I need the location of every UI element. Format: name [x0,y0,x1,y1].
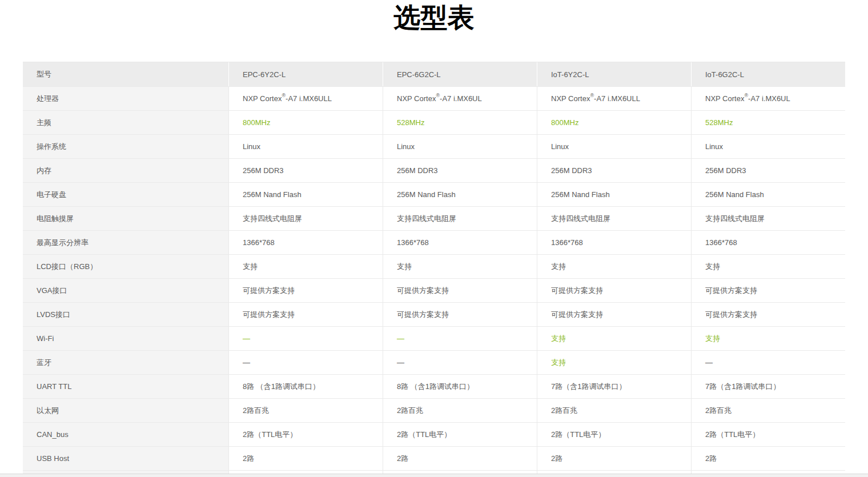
table-cell: 支持四线式电阻屏 [537,207,691,230]
row-label-cell: UART TTL [23,375,228,398]
table-row: 处理器NXP Cortex®-A7 i.MX6ULLNXP Cortex®-A7… [23,87,845,111]
cell-text: — [243,358,250,367]
row-label-cell: VGA接口 [23,279,228,302]
table-cell: 256M Nand Flash [383,183,537,206]
row-label-cell: 内存 [23,159,228,182]
cell-text: — [243,334,250,343]
cell-text: 支持 [705,334,720,344]
cell-text: 800MHz [551,118,578,127]
table-cell: 支持四线式电阻屏 [691,207,845,230]
bottom-strip [0,474,868,477]
cell-text: NXP Cortex [397,94,436,103]
cell-text: 528MHz [397,118,424,127]
row-label-cell: USB Host [23,447,228,470]
row-label: 以太网 [37,406,59,416]
table-cell: NXP Cortex®-A7 i.MX6ULL [537,87,691,110]
table-cell: 256M DDR3 [228,159,383,182]
table-cell: 256M DDR3 [691,159,845,182]
model-name: IoT-6Y2C-L [551,70,589,79]
table-cell: 可提供方案支持 [228,279,383,302]
table-cell: 2路 [383,447,537,470]
table-cell: 支持 [537,351,691,374]
table-cell: 256M DDR3 [383,159,537,182]
cell-text: NXP Cortex [243,94,282,103]
row-label-cell: 电子硬盘 [23,183,228,206]
cell-text: 可提供方案支持 [705,310,757,320]
cell-text: 8路 （含1路调试串口） [397,382,474,392]
table-cell: 2路 [228,447,383,470]
table-cell: 支持四线式电阻屏 [228,207,383,230]
cell-text: NXP Cortex [705,94,744,103]
row-label-cell: LVDS接口 [23,303,228,326]
cell-text: 256M Nand Flash [705,190,764,199]
table-cell: 256M Nand Flash [537,183,691,206]
table-cell: 支持 [537,327,691,350]
header-cell-model: EPC-6Y2C-L [228,62,383,86]
cell-text: 2路 [243,454,254,464]
row-label: 内存 [37,166,51,176]
cell-text: 2路 [397,454,408,464]
cell-text: 256M Nand Flash [551,190,610,199]
table-cell: 256M Nand Flash [228,183,383,206]
table-row: Wi-Fi——支持支持 [23,327,845,351]
table-cell: NXP Cortex®-A7 i.MX6ULL [228,87,383,110]
table-cell: — [228,327,383,350]
table-cell: 2路（TTL电平） [228,423,383,446]
row-label: UART TTL [37,382,71,391]
cell-text: 256M Nand Flash [397,190,456,199]
header-cell-model: EPC-6G2C-L [383,62,537,86]
table-cell: NXP Cortex®-A7 i.MX6UL [383,87,537,110]
cell-text: 支持四线式电阻屏 [397,214,456,224]
table-cell: 7路（含1路调试串口） [537,375,691,398]
cell-text: 支持 [243,262,258,272]
table-cell: 2路百兆 [537,399,691,422]
header-cell-model: IoT-6G2C-L [691,62,845,86]
cell-text: -A7 i.MX6UL [440,94,482,103]
cell-text: 支持 [551,334,566,344]
model-name: EPC-6Y2C-L [243,70,286,79]
table-cell: 支持 [383,255,537,278]
cell-text: 1366*768 [243,238,275,247]
table-cell: 2路百兆 [383,399,537,422]
table-cell: 可提供方案支持 [691,279,845,302]
header-cell-model: IoT-6Y2C-L [537,62,691,86]
row-label: LCD接口（RGB） [37,262,97,272]
cell-text: 2路百兆 [551,406,577,416]
row-label-cell: CAN_bus [23,423,228,446]
row-label: USB Host [37,454,69,463]
row-label-cell: 蓝牙 [23,351,228,374]
table-cell: Linux [691,135,845,158]
registered-trademark-symbol: ® [744,93,748,98]
cell-text: 可提供方案支持 [243,286,295,296]
cell-text: 8路 （含1路调试串口） [243,382,320,392]
model-name: IoT-6G2C-L [705,70,744,79]
row-label: 电阻触摸屏 [37,214,74,224]
registered-trademark-symbol: ® [590,93,594,98]
model-name: EPC-6G2C-L [397,70,441,79]
row-label: 蓝牙 [37,358,51,368]
table-cell: 支持四线式电阻屏 [383,207,537,230]
cell-text: 2路百兆 [397,406,423,416]
table-cell: Linux [383,135,537,158]
table-cell: 2路 [537,447,691,470]
cell-text: 2路 [705,454,717,464]
table-cell: — [383,327,537,350]
table-cell: 528MHz [691,111,845,134]
row-label: 主频 [37,118,51,128]
table-row: USB Host2路2路2路2路 [23,447,845,471]
header-label: 型号 [37,69,51,79]
row-label: LVDS接口 [37,310,70,320]
cell-text: 256M DDR3 [397,166,438,175]
cell-text: NXP Cortex [551,94,590,103]
table-cell: 2路 [691,447,845,470]
table-cell: 可提供方案支持 [691,303,845,326]
table-cell: 支持 [691,255,845,278]
cell-text: 528MHz [705,118,733,127]
table-cell: NXP Cortex®-A7 i.MX6UL [691,87,845,110]
table-cell: 800MHz [537,111,691,134]
table-cell: 支持 [691,327,845,350]
cell-text: -A7 i.MX6UL [748,94,790,103]
table-cell: 2路（TTL电平） [383,423,537,446]
cell-text: -A7 i.MX6ULL [594,94,640,103]
table-cell: 256M Nand Flash [691,183,845,206]
